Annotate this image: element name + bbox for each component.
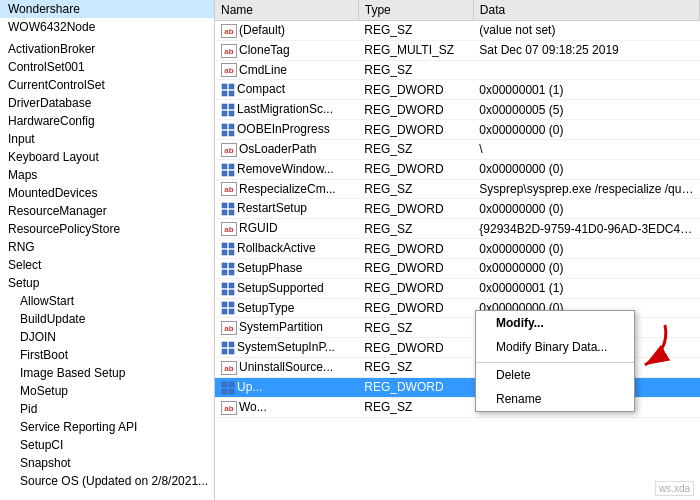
tree-item[interactable]: Snapshot: [0, 454, 214, 472]
cell-data: 0x00000005 (5): [473, 100, 699, 120]
cell-type: REG_SZ: [358, 139, 473, 159]
svg-rect-31: [229, 290, 234, 295]
table-row[interactable]: RemoveWindow...REG_DWORD0x00000000 (0): [215, 159, 700, 179]
cell-data: 0x00000001 (1): [473, 80, 699, 100]
cell-data: 0x00000000 (0): [473, 159, 699, 179]
table-row[interactable]: abRespecializeCm...REG_SZSysprep\sysprep…: [215, 179, 700, 199]
svg-rect-19: [229, 210, 234, 215]
table-row[interactable]: abRGUIDREG_SZ{92934B2D-9759-41D0-96AD-3E…: [215, 219, 700, 239]
tree-item[interactable]: DriverDatabase: [0, 94, 214, 112]
context-menu-item[interactable]: Modify...: [476, 311, 634, 335]
context-menu-item[interactable]: Delete: [476, 362, 634, 387]
tree-item[interactable]: MoSetup: [0, 382, 214, 400]
cell-type: REG_SZ: [358, 318, 473, 338]
cell-data: 0x00000000 (0): [473, 258, 699, 278]
tree-item[interactable]: AllowStart: [0, 292, 214, 310]
tree-item[interactable]: ResourcePolicyStore: [0, 220, 214, 238]
tree-item[interactable]: FirstBoot: [0, 346, 214, 364]
svg-rect-35: [229, 309, 234, 314]
cell-type: REG_DWORD: [358, 278, 473, 298]
tree-item[interactable]: ControlSet001: [0, 58, 214, 76]
cell-type: REG_DWORD: [358, 120, 473, 140]
tree-item[interactable]: Wondershare: [0, 0, 214, 18]
tree-item[interactable]: Image Based Setup: [0, 364, 214, 382]
grid-icon: [221, 123, 235, 137]
tree-item[interactable]: Service Reporting API: [0, 418, 214, 436]
tree-item[interactable]: HardwareConfig: [0, 112, 214, 130]
table-row[interactable]: RestartSetupREG_DWORD0x00000000 (0): [215, 199, 700, 219]
col-data[interactable]: Data: [473, 0, 699, 21]
svg-rect-28: [222, 283, 227, 288]
grid-icon: [221, 202, 235, 216]
cell-name: SystemSetupInP...: [215, 338, 358, 358]
svg-rect-7: [229, 111, 234, 116]
cell-type: REG_SZ: [358, 60, 473, 80]
tree-item[interactable]: SetupCI: [0, 436, 214, 454]
cell-data: (value not set): [473, 21, 699, 41]
svg-rect-27: [229, 270, 234, 275]
tree-item[interactable]: Setup: [0, 274, 214, 292]
tree-item[interactable]: DJOIN: [0, 328, 214, 346]
tree-item[interactable]: WOW6432Node: [0, 18, 214, 36]
cell-name: RestartSetup: [215, 199, 358, 219]
cell-name: abWo...: [215, 397, 358, 417]
col-type[interactable]: Type: [358, 0, 473, 21]
cell-data: 0x00000000 (0): [473, 199, 699, 219]
ab-icon: ab: [221, 222, 237, 236]
cell-name: abSystemPartition: [215, 318, 358, 338]
tree-item[interactable]: Input: [0, 130, 214, 148]
col-name[interactable]: Name: [215, 0, 358, 21]
svg-rect-15: [229, 171, 234, 176]
cell-name: RollbackActive: [215, 239, 358, 259]
svg-rect-29: [229, 283, 234, 288]
table-header-row: Name Type Data: [215, 0, 700, 21]
cell-type: REG_DWORD: [358, 377, 473, 397]
table-row[interactable]: abCmdLineREG_SZ: [215, 60, 700, 80]
svg-rect-33: [229, 302, 234, 307]
tree-item[interactable]: RNG: [0, 238, 214, 256]
svg-rect-5: [229, 104, 234, 109]
tree-item[interactable]: ResourceManager: [0, 202, 214, 220]
svg-rect-0: [222, 84, 227, 89]
svg-rect-13: [229, 164, 234, 169]
tree-item[interactable]: BuildUpdate: [0, 310, 214, 328]
svg-rect-11: [229, 131, 234, 136]
tree-item[interactable]: Keyboard Layout: [0, 148, 214, 166]
svg-rect-12: [222, 164, 227, 169]
tree-item[interactable]: Source OS (Updated on 2/8/2021...: [0, 472, 214, 490]
svg-rect-22: [222, 250, 227, 255]
table-row[interactable]: SetupSupportedREG_DWORD0x00000001 (1): [215, 278, 700, 298]
cell-name: abRespecializeCm...: [215, 179, 358, 199]
cell-data: Sat Dec 07 09:18:25 2019: [473, 40, 699, 60]
svg-rect-20: [222, 243, 227, 248]
table-row[interactable]: LastMigrationSc...REG_DWORD0x00000005 (5…: [215, 100, 700, 120]
table-row[interactable]: RollbackActiveREG_DWORD0x00000000 (0): [215, 239, 700, 259]
cell-type: REG_DWORD: [358, 338, 473, 358]
tree-item[interactable]: CurrentControlSet: [0, 76, 214, 94]
tree-item[interactable]: Maps: [0, 166, 214, 184]
grid-icon: [221, 282, 235, 296]
table-row[interactable]: OOBEInProgressREG_DWORD0x00000000 (0): [215, 120, 700, 140]
cell-name: abRGUID: [215, 219, 358, 239]
tree-item[interactable]: Select: [0, 256, 214, 274]
context-menu-item[interactable]: Rename: [476, 387, 634, 411]
tree-item[interactable]: ActivationBroker: [0, 40, 214, 58]
tree-item[interactable]: Pid: [0, 400, 214, 418]
table-row[interactable]: SetupPhaseREG_DWORD0x00000000 (0): [215, 258, 700, 278]
svg-rect-43: [229, 389, 234, 394]
registry-values-panel: Name Type Data ab(Default)REG_SZ(value n…: [215, 0, 700, 500]
table-row[interactable]: abCloneTagREG_MULTI_SZSat Dec 07 09:18:2…: [215, 40, 700, 60]
context-menu-item[interactable]: Modify Binary Data...: [476, 335, 634, 359]
cell-name: abOsLoaderPath: [215, 139, 358, 159]
table-row[interactable]: ab(Default)REG_SZ(value not set): [215, 21, 700, 41]
grid-icon: [221, 341, 235, 355]
cell-type: REG_SZ: [358, 397, 473, 417]
ab-icon: ab: [221, 401, 237, 415]
grid-icon: [221, 242, 235, 256]
table-row[interactable]: abOsLoaderPathREG_SZ\: [215, 139, 700, 159]
svg-rect-8: [222, 124, 227, 129]
cell-name: LastMigrationSc...: [215, 100, 358, 120]
tree-item[interactable]: MountedDevices: [0, 184, 214, 202]
registry-tree[interactable]: WondershareWOW6432NodeActivationBrokerCo…: [0, 0, 215, 500]
table-row[interactable]: CompactREG_DWORD0x00000001 (1): [215, 80, 700, 100]
